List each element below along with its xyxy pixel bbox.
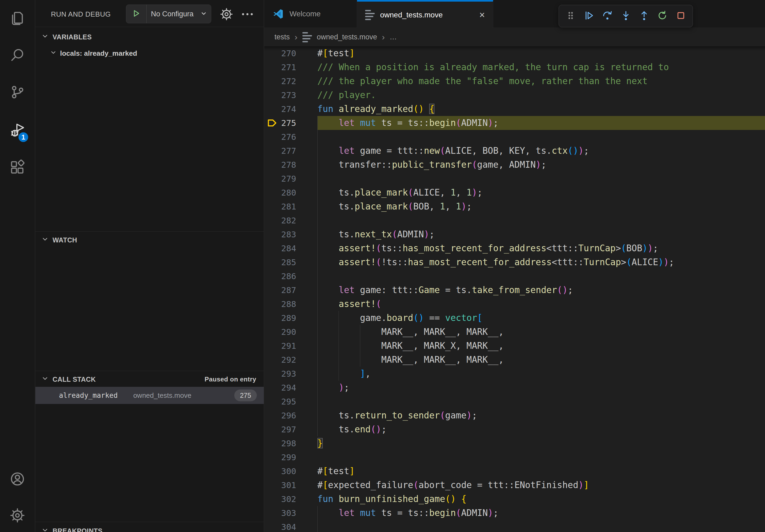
sidebar-item-search[interactable]: [0, 41, 35, 71]
code-line-292[interactable]: 292 MARK__, MARK__, MARK__,: [264, 353, 765, 367]
variables-section-header[interactable]: VARIABLES: [35, 30, 264, 45]
line-number[interactable]: 297: [279, 422, 296, 436]
code-line-301[interactable]: 301#[expected_failure(abort_code = ttt::…: [264, 478, 765, 492]
line-number[interactable]: 273: [279, 88, 296, 102]
breakpoints-section-header[interactable]: BREAKPOINTS: [35, 523, 264, 532]
code-line-303[interactable]: 303 let mut ts = ts::begin(ADMIN);: [264, 506, 765, 520]
line-number[interactable]: 275: [279, 116, 296, 130]
line-number[interactable]: 286: [279, 269, 296, 283]
code-line-277[interactable]: 277 let game = ttt::new(ALICE, BOB, KEY,…: [264, 144, 765, 158]
toolbar-drag-handle[interactable]: [564, 10, 577, 23]
code-line-274[interactable]: 274fun already_marked() {: [264, 102, 765, 116]
step-out-button[interactable]: [638, 10, 650, 23]
line-number[interactable]: 293: [279, 367, 296, 381]
code-line-276[interactable]: 276: [264, 130, 765, 144]
code-line-272[interactable]: 272/// the player who made the "false" m…: [264, 74, 765, 88]
code-line-290[interactable]: 290 MARK__, MARK__, MARK__,: [264, 325, 765, 339]
sidebar-item-extensions[interactable]: [0, 153, 35, 182]
line-number[interactable]: 280: [279, 186, 296, 199]
line-number[interactable]: 272: [279, 74, 296, 88]
code-line-280[interactable]: 280 ts.place_mark(ALICE, 1, 1);: [264, 186, 765, 199]
code-line-299[interactable]: 299: [264, 450, 765, 464]
line-number[interactable]: 283: [279, 227, 296, 241]
step-over-button[interactable]: [601, 10, 614, 23]
code-line-291[interactable]: 291 MARK__, MARK_X, MARK__,: [264, 339, 765, 353]
line-number[interactable]: 281: [279, 199, 296, 213]
code-line-296[interactable]: 296 ts.return_to_sender(game);: [264, 408, 765, 422]
line-number[interactable]: 276: [279, 130, 296, 144]
account-button[interactable]: [0, 465, 35, 494]
line-number[interactable]: 277: [279, 144, 296, 158]
code-line-284[interactable]: 284 assert!(ts::has_most_recent_for_addr…: [264, 241, 765, 255]
sidebar-item-source-control[interactable]: [0, 78, 35, 108]
tab-owned-tests-move[interactable]: owned_tests.move ×: [357, 0, 493, 28]
line-number[interactable]: 301: [279, 478, 296, 492]
sidebar-item-explorer[interactable]: [0, 4, 35, 33]
code-line-297[interactable]: 297 ts.end();: [264, 422, 765, 436]
code-line-304[interactable]: 304: [264, 520, 765, 532]
line-number[interactable]: 295: [279, 395, 296, 408]
line-number[interactable]: 296: [279, 408, 296, 422]
code-line-288[interactable]: 288 assert!(: [264, 297, 765, 311]
code-line-287[interactable]: 287 let game: ttt::Game = ts.take_from_s…: [264, 283, 765, 297]
line-number[interactable]: 299: [279, 450, 296, 464]
code-line-279[interactable]: 279: [264, 172, 765, 186]
code-line-289[interactable]: 289 game.board() == vector[: [264, 311, 765, 325]
line-number[interactable]: 300: [279, 464, 296, 478]
code-line-302[interactable]: 302fun burn_unfinished_game() {: [264, 492, 765, 506]
line-number[interactable]: 290: [279, 325, 296, 339]
breadcrumb-item-tests[interactable]: tests: [275, 33, 290, 41]
code-line-273[interactable]: 273/// player.: [264, 88, 765, 102]
line-number[interactable]: 298: [279, 436, 296, 450]
continue-button[interactable]: [583, 10, 596, 23]
code-line-298[interactable]: 298}: [264, 436, 765, 450]
code-line-271[interactable]: 271/// When a position is already marked…: [264, 60, 765, 74]
line-number[interactable]: 284: [279, 241, 296, 255]
stop-button[interactable]: [674, 10, 687, 23]
line-number[interactable]: 270: [279, 46, 296, 60]
variables-scope-locals[interactable]: locals: already_marked: [35, 46, 264, 61]
line-number[interactable]: 303: [279, 506, 296, 520]
line-number[interactable]: 287: [279, 283, 296, 297]
code-line-300[interactable]: 300#[test]: [264, 464, 765, 478]
line-number[interactable]: 288: [279, 297, 296, 311]
settings-button[interactable]: [0, 501, 35, 531]
line-number[interactable]: 279: [279, 172, 296, 186]
sidebar-item-run-and-debug[interactable]: 1: [0, 116, 35, 145]
line-number[interactable]: 278: [279, 158, 296, 172]
debug-settings-button[interactable]: [220, 8, 233, 22]
code-line-285[interactable]: 285 assert!(!ts::has_most_recent_for_add…: [264, 255, 765, 269]
code-line-270[interactable]: 270#[test]: [264, 46, 765, 60]
step-into-button[interactable]: [619, 10, 632, 23]
breadcrumb-item-file[interactable]: owned_tests.move: [317, 33, 377, 41]
line-number[interactable]: 294: [279, 381, 296, 395]
line-number[interactable]: 289: [279, 311, 296, 325]
code-line-295[interactable]: 295: [264, 395, 765, 408]
call-stack-section-header[interactable]: CALL STACK Paused on entry: [35, 372, 264, 387]
tab-welcome[interactable]: Welcome: [264, 0, 357, 28]
code-line-286[interactable]: 286: [264, 269, 765, 283]
breadcrumb-item-symbol[interactable]: …: [389, 33, 397, 41]
code-line-278[interactable]: 278 transfer::public_transfer(game, ADMI…: [264, 158, 765, 172]
code-line-282[interactable]: 282: [264, 213, 765, 227]
line-number[interactable]: 304: [279, 520, 296, 532]
line-number[interactable]: 285: [279, 255, 296, 269]
line-number[interactable]: 282: [279, 213, 296, 227]
call-stack-frame[interactable]: already_marked owned_tests.move 275: [35, 387, 264, 404]
code-line-294[interactable]: 294 );: [264, 381, 765, 395]
code-line-281[interactable]: 281 ts.place_mark(BOB, 1, 1);: [264, 199, 765, 213]
configuration-dropdown[interactable]: No Configura: [147, 5, 211, 23]
more-actions-button[interactable]: [241, 10, 254, 19]
restart-button[interactable]: [656, 10, 669, 23]
line-number[interactable]: 271: [279, 60, 296, 74]
watch-section-header[interactable]: WATCH: [35, 232, 264, 247]
code-line-275[interactable]: 275 let mut ts = ts::begin(ADMIN);: [264, 116, 765, 130]
line-number[interactable]: 291: [279, 339, 296, 353]
close-icon[interactable]: ×: [479, 10, 485, 20]
start-debugging-button[interactable]: [126, 5, 147, 23]
code-line-283[interactable]: 283 ts.next_tx(ADMIN);: [264, 227, 765, 241]
line-number[interactable]: 274: [279, 102, 296, 116]
line-number[interactable]: 292: [279, 353, 296, 367]
line-number[interactable]: 302: [279, 492, 296, 506]
code-line-293[interactable]: 293 ],: [264, 367, 765, 381]
